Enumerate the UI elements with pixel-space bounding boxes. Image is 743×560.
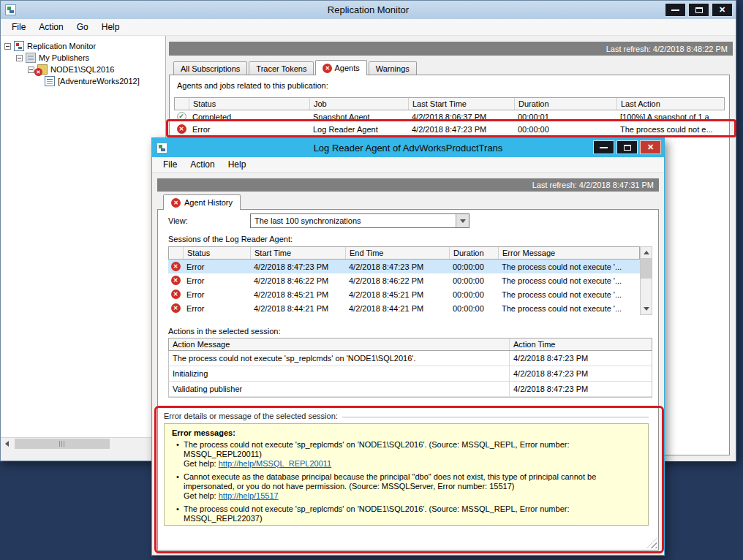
scroll-left-button[interactable]: [1, 438, 13, 450]
column-header-action-time[interactable]: Action Time: [510, 338, 652, 350]
column-header-status[interactable]: Status: [189, 98, 310, 110]
action-row[interactable]: Initializing 4/2/2018 8:47:23 PM: [169, 366, 652, 382]
help-link[interactable]: http://help/MSSQL_REPL20011: [219, 459, 332, 468]
help-link[interactable]: http://help/MSSQL_REPL22037: [219, 523, 332, 526]
grip-icon: [59, 441, 66, 447]
session-row[interactable]: ✕ Error 4/2/2018 8:46:22 PM 4/2/2018 8:4…: [168, 273, 640, 287]
session-row[interactable]: ✕ Error 4/2/2018 8:47:23 PM 4/2/2018 8:4…: [168, 260, 640, 273]
scrollbar-thumb[interactable]: [15, 439, 110, 449]
column-header-error-message[interactable]: Error Message: [499, 247, 639, 259]
cell-status: Error: [183, 260, 250, 273]
scrollbar-thumb[interactable]: [641, 258, 652, 279]
collapse-icon[interactable]: [16, 55, 23, 61]
column-header-last-start-time[interactable]: Last Start Time: [409, 98, 515, 110]
scrollbar-track[interactable]: [641, 258, 652, 303]
cell-error-message: The process could not execute '...: [498, 287, 640, 301]
error-badge-icon: ✕: [34, 68, 42, 76]
menu-file[interactable]: File: [5, 20, 32, 34]
session-row[interactable]: ✕ Error 4/2/2018 8:44:21 PM 4/2/2018 8:4…: [168, 301, 640, 315]
tree-item-my-publishers[interactable]: My Publishers: [1, 52, 165, 64]
replication-monitor-icon: [14, 41, 24, 51]
cell-action-time: 4/2/2018 8:47:23 PM: [510, 382, 652, 396]
column-header-duration[interactable]: Duration: [515, 98, 617, 110]
column-header-icon[interactable]: [169, 247, 184, 259]
error-status-icon: ✕: [171, 262, 181, 271]
close-button[interactable]: ✕: [712, 3, 733, 17]
main-titlebar[interactable]: Replication Monitor ✕: [1, 1, 736, 19]
cell-last-start-time: 4/2/2018 8:47:23 PM: [408, 123, 514, 135]
cell-error-message: The process could not execute '...: [498, 301, 640, 315]
view-dropdown[interactable]: The last 100 synchronizations: [250, 213, 469, 228]
error-message-item: • The process could not execute 'sp_repl…: [172, 440, 641, 469]
help-link[interactable]: http://help/15517: [219, 491, 279, 500]
arrow-up-icon: [644, 251, 649, 254]
column-header-end-time[interactable]: End Time: [346, 247, 450, 259]
dropdown-button[interactable]: [456, 214, 469, 227]
tree-item-node1-sql2016[interactable]: ✕ NODE1\SQL2016: [1, 64, 165, 75]
tab-all-subscriptions[interactable]: All Subscriptions: [173, 61, 247, 75]
cell-duration: 00:00:00: [449, 273, 498, 287]
dialog-menu-file[interactable]: File: [156, 157, 184, 172]
cell-last-start-time: 4/2/2018 8:06:37 PM: [408, 110, 514, 123]
minimize-button[interactable]: [665, 3, 686, 17]
tab-tracer-tokens[interactable]: Tracer Tokens: [249, 61, 314, 75]
tree-item-adventureworks2012[interactable]: [AdventureWorks2012]: [1, 75, 165, 87]
actions-table-header[interactable]: Action Message Action Time: [168, 338, 652, 351]
agents-table: Status Job Last Start Time Duration Last…: [174, 97, 725, 135]
tab-agents[interactable]: ✕ Agents: [315, 60, 366, 75]
menu-go[interactable]: Go: [70, 20, 95, 34]
resize-grip[interactable]: [646, 538, 657, 548]
column-header-duration[interactable]: Duration: [450, 247, 499, 259]
cell-last-action: [100%] A snapshot of 1 a...: [616, 110, 725, 123]
action-row[interactable]: The process could not execute 'sp_replcm…: [169, 351, 652, 366]
dialog-menu-action[interactable]: Action: [184, 157, 221, 172]
scroll-up-button[interactable]: [641, 247, 652, 258]
error-status-icon: ✕: [171, 276, 181, 285]
error-messages-heading: Error messages:: [172, 428, 641, 437]
column-header-action-message[interactable]: Action Message: [169, 338, 510, 350]
table-row-log-reader-agent[interactable]: ✕ Error Log Reader Agent 4/2/2018 8:47:2…: [174, 123, 725, 135]
sessions-table-header[interactable]: Status Start Time End Time Duration Erro…: [168, 246, 640, 260]
menu-help[interactable]: Help: [95, 20, 127, 34]
menu-action[interactable]: Action: [32, 20, 69, 34]
sessions-vertical-scrollbar[interactable]: [640, 246, 652, 315]
tree-item-replication-monitor[interactable]: Replication Monitor: [1, 40, 165, 52]
table-row-snapshot-agent[interactable]: ✓ Completed Snapshot Agent 4/2/2018 8:06…: [174, 110, 725, 123]
collapse-icon[interactable]: [4, 43, 11, 50]
agents-section-label: Agents and jobs related to this publicat…: [177, 81, 328, 90]
agents-table-header[interactable]: Status Job Last Start Time Duration Last…: [174, 97, 725, 110]
dialog-maximize-button[interactable]: [616, 140, 638, 154]
cell-status: Error: [189, 123, 309, 135]
dialog-minimize-button[interactable]: [593, 140, 614, 154]
maximize-button[interactable]: [688, 3, 709, 17]
cell-action-time: 4/2/2018 8:47:23 PM: [510, 351, 652, 366]
sessions-table: Status Start Time End Time Duration Erro…: [168, 246, 652, 315]
column-header-last-action[interactable]: Last Action: [617, 98, 724, 110]
error-status-icon: ✕: [177, 124, 186, 134]
tab-agent-history[interactable]: ✕ Agent History: [163, 194, 241, 210]
replication-monitor-app-icon: [5, 4, 16, 15]
tree-item-label: [AdventureWorks2012]: [58, 77, 140, 86]
column-header-status[interactable]: Status: [184, 247, 251, 259]
dialog-close-button[interactable]: ✕: [640, 140, 661, 154]
success-status-icon: ✓: [177, 112, 186, 121]
column-header-start-time[interactable]: Start Time: [251, 247, 346, 259]
dialog-titlebar[interactable]: Log Reader Agent of AdvWorksProductTrans…: [152, 138, 664, 157]
log-reader-agent-dialog: Log Reader Agent of AdvWorksProductTrans…: [151, 137, 665, 556]
tab-warnings[interactable]: Warnings: [369, 61, 417, 75]
action-row[interactable]: Validating publisher 4/2/2018 8:47:23 PM: [169, 382, 652, 397]
error-details-box: Error messages: • The process could not …: [164, 423, 649, 526]
bullet-icon: •: [172, 440, 184, 469]
column-header-job[interactable]: Job: [310, 98, 409, 110]
scrollbar-track[interactable]: [13, 438, 153, 450]
tree-horizontal-scrollbar[interactable]: [1, 437, 165, 450]
arrow-left-icon: [5, 441, 9, 447]
dialog-menu-help[interactable]: Help: [222, 157, 253, 172]
session-row[interactable]: ✕ Error 4/2/2018 8:45:21 PM 4/2/2018 8:4…: [168, 287, 640, 301]
cell-start-time: 4/2/2018 8:45:21 PM: [250, 287, 345, 301]
tab-label: Tracer Tokens: [256, 64, 306, 73]
scroll-down-button[interactable]: [641, 303, 652, 314]
cell-end-time: 4/2/2018 8:46:22 PM: [345, 273, 449, 287]
column-header-icon[interactable]: [175, 98, 189, 110]
collapse-icon[interactable]: [28, 67, 34, 73]
